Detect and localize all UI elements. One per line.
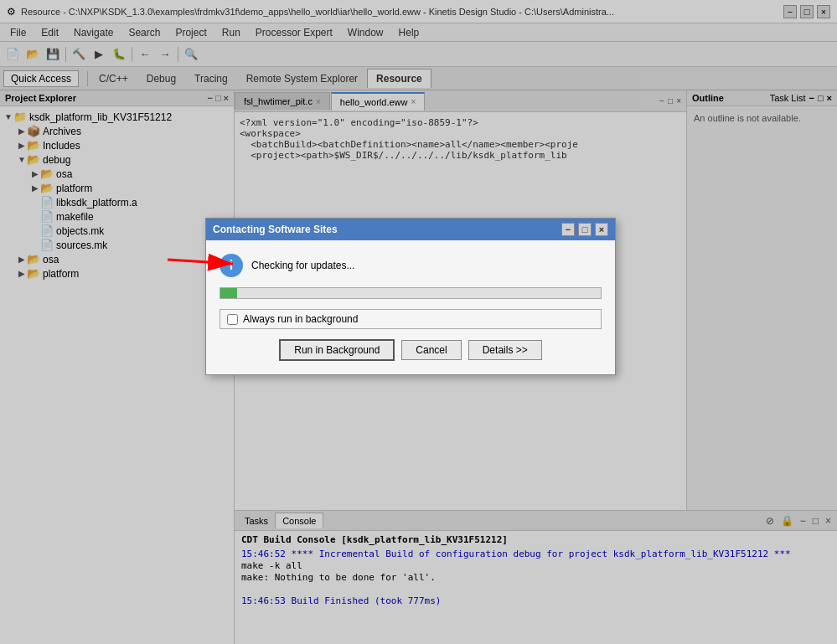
modal-maximize-btn[interactable]: □ xyxy=(578,223,592,236)
modal-body: i Checking for updates... Always run in … xyxy=(206,240,615,374)
info-icon: i xyxy=(220,254,243,277)
modal-minimize-btn[interactable]: − xyxy=(561,223,575,236)
checkbox-label: Always run in background xyxy=(243,313,358,325)
modal-status-row: i Checking for updates... xyxy=(220,254,602,277)
modal-status-text: Checking for updates... xyxy=(251,260,354,271)
always-run-checkbox[interactable] xyxy=(227,314,238,325)
details-button[interactable]: Details >> xyxy=(468,340,542,360)
progress-bar xyxy=(220,288,237,298)
modal-buttons: Run in Background Cancel Details >> xyxy=(220,339,602,368)
cancel-button[interactable]: Cancel xyxy=(401,340,461,360)
modal-titlebar: Contacting Software Sites − □ × xyxy=(206,219,615,240)
checkbox-row: Always run in background xyxy=(220,309,602,329)
modal-dialog: Contacting Software Sites − □ × i Checki… xyxy=(205,218,616,375)
modal-title: Contacting Software Sites xyxy=(213,224,338,235)
modal-overlay: Contacting Software Sites − □ × i Checki… xyxy=(0,0,837,644)
progress-bar-background xyxy=(220,287,602,299)
run-in-background-button[interactable]: Run in Background xyxy=(279,339,395,361)
modal-close-btn[interactable]: × xyxy=(595,223,608,236)
